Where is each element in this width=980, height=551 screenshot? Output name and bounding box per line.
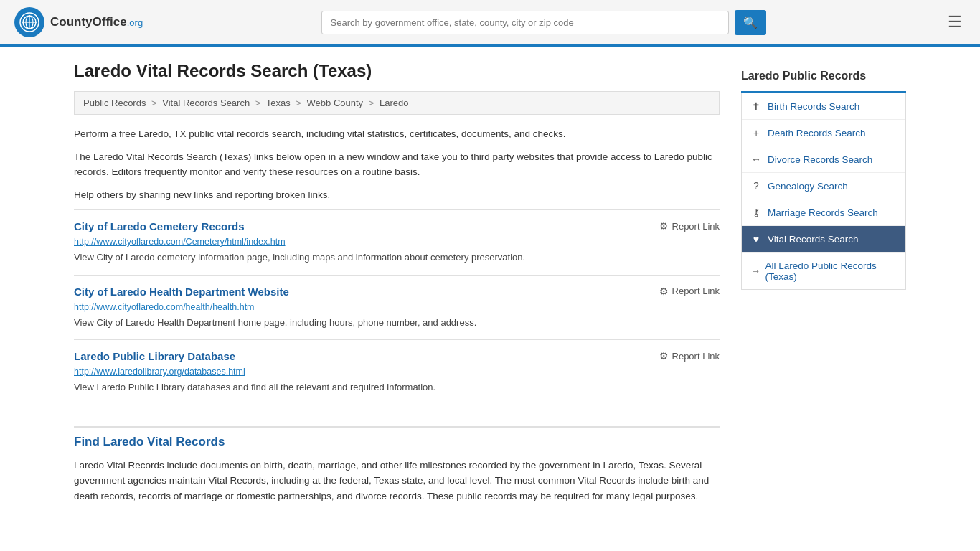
record-desc-0: View City of Laredo cemetery information… [74, 250, 720, 265]
sidebar-item-genealogy-search[interactable]: ? Genealogy Search [742, 173, 905, 199]
report-link-2[interactable]: ⚙ Report Link [659, 350, 720, 362]
search-icon: 🔍 [743, 17, 758, 29]
sidebar-icon-4: ⚷ [750, 207, 762, 218]
sidebar-item-death-records-search[interactable]: + Death Records Search [742, 120, 905, 146]
search-button[interactable]: 🔍 [735, 10, 766, 35]
records-list: City of Laredo Cemetery Records ⚙ Report… [74, 209, 720, 405]
breadcrumb-texas[interactable]: Texas [266, 98, 291, 108]
sidebar-icon-2: ↔ [750, 154, 762, 165]
main-container: Laredo Vital Records Search (Texas) Publ… [60, 47, 920, 526]
report-link-label-0: Report Link [672, 221, 720, 232]
record-link-1[interactable]: City of Laredo Health Department Website [74, 286, 289, 298]
record-title-0: City of Laredo Cemetery Records [74, 220, 245, 232]
hamburger-icon: ☰ [948, 13, 962, 31]
arrow-right-icon: → [750, 265, 760, 277]
sidebar-item-label-5: Vital Records Search [768, 234, 859, 245]
record-url-2[interactable]: http://www.laredolibrary.org/databases.h… [74, 367, 720, 377]
sidebar-item-label-1: Death Records Search [768, 128, 866, 138]
sidebar-item-label-4: Marriage Records Search [768, 207, 878, 218]
sidebar: Laredo Public Records ✝ Birth Records Se… [741, 61, 906, 512]
breadcrumb-public-records[interactable]: Public Records [83, 98, 146, 108]
logo-text: CountyOffice.org [50, 15, 143, 29]
wrench-icon-0: ⚙ [659, 220, 669, 232]
site-header: CountyOffice.org 🔍 ☰ [0, 0, 980, 47]
breadcrumb-vital-records-search[interactable]: Vital Records Search [162, 98, 250, 108]
content-area: Laredo Vital Records Search (Texas) Publ… [74, 61, 720, 512]
record-title-2: Laredo Public Library Database [74, 350, 235, 362]
record-url-1[interactable]: http://www.cityoflaredo.com/health/healt… [74, 302, 720, 312]
sidebar-item-label-3: Genealogy Search [768, 181, 848, 192]
description-2: The Laredo Vital Records Search (Texas) … [74, 149, 720, 180]
sidebar-icon-5: ♥ [750, 233, 762, 245]
sidebar-all-records-link[interactable]: → All Laredo Public Records (Texas) [741, 253, 906, 290]
report-link-1[interactable]: ⚙ Report Link [659, 286, 720, 297]
sidebar-nav: ✝ Birth Records Search + Death Records S… [741, 93, 906, 253]
sidebar-item-divorce-records-search[interactable]: ↔ Divorce Records Search [742, 146, 905, 173]
record-desc-2: View Laredo Public Library databases and… [74, 380, 720, 395]
breadcrumb-sep-3: > [296, 98, 301, 108]
desc3-after: and reporting broken links. [213, 189, 330, 200]
page-title: Laredo Vital Records Search (Texas) [74, 61, 720, 81]
sidebar-item-marriage-records-search[interactable]: ⚷ Marriage Records Search [742, 199, 905, 226]
header-right: ☰ [944, 9, 966, 35]
sidebar-title: Laredo Public Records [741, 61, 906, 93]
sidebar-item-birth-records-search[interactable]: ✝ Birth Records Search [742, 93, 905, 120]
sidebar-all-records-label: All Laredo Public Records (Texas) [765, 260, 897, 282]
breadcrumb-webb-county[interactable]: Webb County [307, 98, 364, 108]
hamburger-menu-button[interactable]: ☰ [944, 9, 966, 35]
breadcrumb-sep-4: > [369, 98, 374, 108]
sidebar-item-label-0: Birth Records Search [768, 101, 859, 112]
sidebar-icon-0: ✝ [750, 100, 762, 112]
find-section-text: Laredo Vital Records include documents o… [74, 458, 720, 504]
report-link-label-2: Report Link [672, 351, 720, 362]
report-link-label-1: Report Link [672, 286, 720, 296]
search-area: 🔍 [321, 10, 766, 35]
search-input[interactable] [321, 11, 729, 34]
desc3-before: Help others by sharing [74, 189, 174, 200]
wrench-icon-2: ⚙ [659, 350, 669, 362]
description-1: Perform a free Laredo, TX public vital r… [74, 126, 720, 142]
breadcrumb-sep-2: > [255, 98, 261, 108]
record-title-1: City of Laredo Health Department Website [74, 286, 289, 298]
sidebar-item-label-2: Divorce Records Search [768, 154, 872, 165]
record-item-2: Laredo Public Library Database ⚙ Report … [74, 339, 720, 405]
new-links-link[interactable]: new links [174, 189, 214, 200]
sidebar-icon-3: ? [750, 180, 762, 192]
description-3: Help others by sharing new links and rep… [74, 187, 720, 203]
record-desc-1: View City of Laredo Health Department ho… [74, 316, 720, 330]
wrench-icon-1: ⚙ [659, 286, 669, 297]
breadcrumb: Public Records > Vital Records Search > … [74, 91, 720, 115]
logo-area: CountyOffice.org [14, 7, 143, 37]
record-item-0: City of Laredo Cemetery Records ⚙ Report… [74, 209, 720, 275]
sidebar-item-vital-records-search[interactable]: ♥ Vital Records Search [742, 226, 905, 253]
record-link-2[interactable]: Laredo Public Library Database [74, 350, 235, 362]
record-item-1: City of Laredo Health Department Website… [74, 275, 720, 340]
find-section: Find Laredo Vital Records Laredo Vital R… [74, 419, 720, 504]
logo-icon [14, 7, 44, 37]
record-url-0[interactable]: http://www.cityoflaredo.com/Cemetery/htm… [74, 237, 720, 247]
find-section-title: Find Laredo Vital Records [74, 426, 720, 449]
breadcrumb-laredo[interactable]: Laredo [380, 98, 408, 108]
sidebar-icon-1: + [750, 127, 762, 138]
report-link-0[interactable]: ⚙ Report Link [659, 220, 720, 232]
breadcrumb-sep-1: > [151, 98, 157, 108]
record-link-0[interactable]: City of Laredo Cemetery Records [74, 220, 245, 232]
